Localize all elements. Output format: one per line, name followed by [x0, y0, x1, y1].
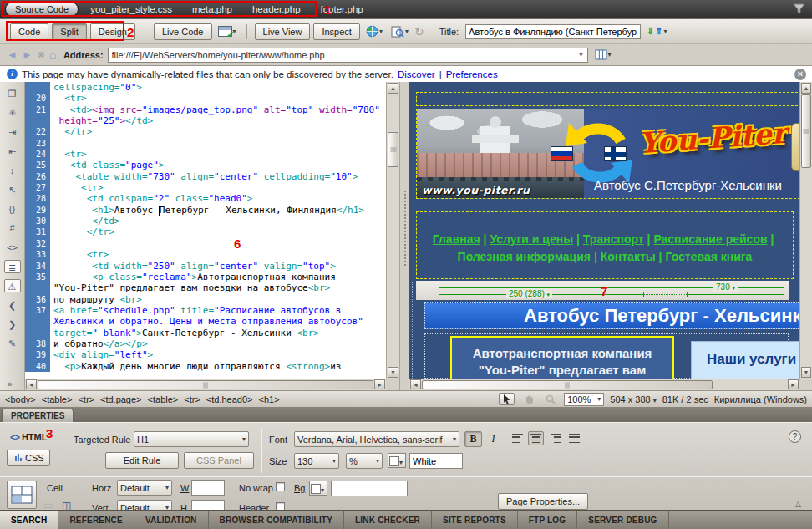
tag-selector-item[interactable]: <h1>: [259, 394, 280, 404]
page-properties-button[interactable]: Page Properties...: [498, 493, 588, 510]
design-canvas[interactable]: www.you-piter.ru You-Piter Автобус С.Пет…: [409, 82, 799, 379]
highlight-invalid-code-icon[interactable]: <>: [4, 241, 21, 254]
inspect-button[interactable]: Inspect: [313, 23, 359, 40]
scrollbar-thumb[interactable]: [38, 380, 373, 389]
scroll-up-icon[interactable]: ▲: [388, 83, 398, 94]
design-view[interactable]: www.you-piter.ru You-Piter Автобус С.Пет…: [409, 82, 812, 390]
select-tool-icon[interactable]: [499, 393, 515, 405]
align-right-icon[interactable]: [548, 431, 564, 445]
italic-button[interactable]: I: [485, 431, 502, 447]
address-dropdown-icon[interactable]: ▼: [576, 51, 587, 58]
bg-color-swatch[interactable]: ▾: [309, 481, 327, 496]
properties-tab[interactable]: PROPERTIES: [2, 409, 74, 422]
zoom-tool-icon[interactable]: [542, 393, 558, 405]
live-code-button[interactable]: Live Code: [154, 23, 212, 40]
hand-tool-icon[interactable]: [520, 393, 536, 405]
window-size-select[interactable]: 504 x 388 ▾: [610, 394, 656, 404]
align-justify-icon[interactable]: [566, 431, 582, 445]
site-banner[interactable]: www.you-piter.ru You-Piter Автобус С.Пет…: [416, 109, 799, 199]
scroll-up-icon[interactable]: ▲: [801, 83, 811, 94]
scrollbar-thumb[interactable]: [801, 94, 811, 168]
preferences-link[interactable]: Preferences: [446, 69, 498, 79]
home-icon[interactable]: ⌂: [49, 48, 57, 62]
design-vertical-scrollbar[interactable]: ▲ ▼: [799, 82, 812, 379]
table-width-indicator[interactable]: 250 (288) ▾ 730 ▾: [416, 281, 789, 300]
scroll-right-icon[interactable]: ►: [374, 379, 385, 389]
select-parent-tag-icon[interactable]: ↖: [4, 183, 21, 196]
split-view-divider[interactable]: [399, 82, 409, 390]
collapse-full-tag-icon[interactable]: ⇥: [4, 125, 21, 139]
expand-all-icon[interactable]: ↕: [4, 164, 21, 177]
code-lines[interactable]: cellspacing="0">20 <tr>21 <td><img src="…: [25, 82, 386, 379]
toolbar-overflow-icon[interactable]: »: [8, 379, 13, 389]
close-info-bar-icon[interactable]: ✕: [794, 69, 806, 80]
panel-tab-validation[interactable]: VALIDATION: [134, 511, 209, 529]
syntax-error-alerts-icon[interactable]: ⚠: [4, 279, 21, 292]
nav-link[interactable]: Расписание рейсов: [653, 232, 767, 246]
reclama-box[interactable]: Автотранспортная компания "You-Piter" пр…: [450, 336, 674, 379]
bold-button[interactable]: B: [464, 431, 482, 447]
nav-link[interactable]: Контакты: [601, 250, 656, 263]
panel-tab-reference[interactable]: REFERENCE: [58, 511, 134, 529]
nowrap-checkbox[interactable]: [276, 482, 285, 491]
related-file-tab[interactable]: header.php: [252, 4, 301, 14]
apply-comment-icon[interactable]: ❮: [4, 298, 21, 312]
size-select[interactable]: 130▾: [294, 453, 339, 469]
split-view-button[interactable]: Split: [52, 23, 86, 40]
remove-comment-icon[interactable]: ❯: [4, 318, 21, 331]
scroll-left-icon[interactable]: ◄: [26, 379, 37, 389]
scroll-left-icon[interactable]: ◄: [410, 379, 421, 389]
html-mode-button[interactable]: <> HTML: [10, 432, 47, 442]
site-nav-menu[interactable]: Главная | Услуги и цены | Транспорт | Ра…: [416, 211, 794, 279]
font-select[interactable]: Verdana, Arial, Helvetica, sans-serif▾: [294, 431, 459, 447]
address-input[interactable]: [109, 49, 576, 61]
word-wrap-icon[interactable]: ≣: [4, 260, 21, 273]
tag-selector-item[interactable]: <tr>: [78, 394, 94, 404]
tag-selector-item[interactable]: <td.page>: [100, 394, 142, 404]
browser-list-icon[interactable]: ▾: [592, 48, 614, 62]
scrollbar-thumb[interactable]: [422, 380, 713, 389]
nav-link[interactable]: Услуги и цены: [490, 232, 573, 246]
live-view-button[interactable]: Live View: [255, 23, 311, 40]
edit-rule-button[interactable]: Edit Rule: [105, 452, 179, 469]
stop-icon[interactable]: ⊗: [37, 49, 45, 61]
back-icon[interactable]: ◄: [7, 48, 18, 61]
css-mode-button[interactable]: CSS: [7, 450, 50, 466]
code-vertical-scrollbar[interactable]: ▲ ▼: [386, 82, 399, 379]
discover-link[interactable]: Discover: [398, 69, 435, 79]
check-page-icon[interactable]: ▾: [216, 24, 239, 38]
magnification-select[interactable]: 100%▾: [564, 393, 604, 406]
bg-color-input[interactable]: [331, 481, 408, 496]
balance-braces-icon[interactable]: {}: [4, 202, 21, 216]
panel-tab-link-checker[interactable]: LINK CHECKER: [344, 511, 432, 529]
panel-tab-ftp-log[interactable]: FTP LOG: [518, 511, 578, 529]
scroll-down-icon[interactable]: ▼: [388, 367, 398, 378]
nav-link[interactable]: Гостевая книга: [665, 250, 752, 263]
code-view[interactable]: cellspacing="0">20 <tr>21 <td><img src="…: [25, 82, 399, 390]
file-management-icon[interactable]: ⇓⇑▾: [644, 24, 669, 38]
related-file-tab[interactable]: you_piter_style.css: [90, 4, 172, 14]
forward-icon[interactable]: ►: [22, 48, 33, 61]
code-view-button[interactable]: Code: [10, 23, 48, 40]
panel-tab-site-reports[interactable]: SITE REPORTS: [432, 511, 518, 529]
help-icon[interactable]: ?: [789, 430, 801, 443]
panel-tab-browser-compatibility[interactable]: BROWSER COMPATIBILITY: [209, 511, 345, 529]
refresh-icon[interactable]: ↻: [414, 25, 424, 38]
column-width-label[interactable]: 250 (288) ▾: [506, 289, 552, 298]
tag-selector-item[interactable]: <td.head0>: [206, 394, 253, 404]
panel-tab-search[interactable]: SEARCH: [0, 511, 58, 529]
text-color-input[interactable]: [409, 453, 463, 469]
preview-in-browser-icon[interactable]: ▾: [363, 23, 385, 39]
align-center-icon[interactable]: [528, 431, 544, 445]
nav-link[interactable]: Главная: [433, 232, 480, 246]
tag-selector-item[interactable]: <table>: [42, 394, 73, 404]
recent-snippets-icon[interactable]: ✎: [4, 337, 21, 350]
nav-link[interactable]: Полезная информация: [458, 250, 591, 263]
tag-selector-item[interactable]: <table>: [148, 394, 179, 404]
code-horizontal-scrollbar[interactable]: ◄ ►: [25, 379, 386, 390]
nav-link[interactable]: Транспорт: [583, 232, 644, 246]
page-heading-banner[interactable]: Автобус Петербург - Хельсинки: [424, 302, 799, 329]
collapse-selection-icon[interactable]: ⇤: [4, 145, 21, 158]
scrollbar-thumb[interactable]: [388, 132, 398, 167]
source-code-tab[interactable]: Source Code: [5, 2, 79, 17]
